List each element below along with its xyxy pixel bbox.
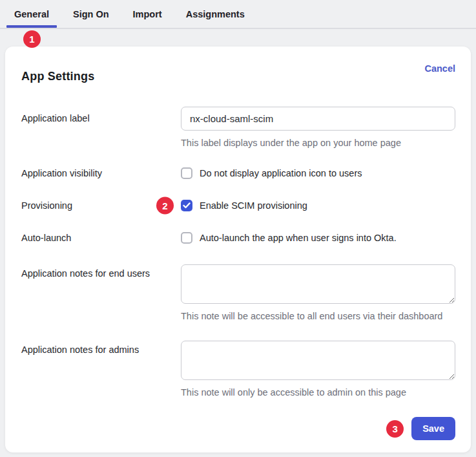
application-visibility-label: Application visibility	[21, 168, 181, 178]
notes-admins-row: Application notes for admins This note w…	[21, 341, 455, 398]
application-visibility-checkbox-wrap[interactable]: Do not display application icon to users	[181, 167, 455, 179]
application-label-row: Application label This label displays un…	[21, 107, 455, 148]
application-label-helper: This label displays under the app on you…	[181, 138, 455, 148]
notes-admins-helper: This note will only be accessible to adm…	[181, 387, 455, 398]
auto-launch-checkbox-label[interactable]: Auto-launch the app when user signs into…	[200, 233, 397, 243]
tab-general[interactable]: General	[14, 2, 49, 27]
notes-end-users-row: Application notes for end users This not…	[21, 264, 455, 321]
notes-admins-textarea[interactable]	[181, 341, 455, 380]
card-header: App Settings Cancel	[21, 63, 455, 83]
notes-end-users-helper: This note will be accessible to all end …	[181, 311, 455, 321]
app-settings-card: App Settings Cancel Application label Th…	[5, 47, 471, 452]
tab-sign-on[interactable]: Sign On	[73, 2, 109, 27]
provisioning-checkbox-wrap[interactable]: 2 Enable SCIM provisioning	[181, 200, 455, 211]
save-button[interactable]: Save	[411, 417, 455, 440]
tab-import[interactable]: Import	[133, 2, 162, 27]
notes-end-users-textarea[interactable]	[181, 264, 455, 304]
annotation-badge-3: 3	[386, 420, 404, 438]
auto-launch-checkbox-wrap[interactable]: Auto-launch the app when user signs into…	[181, 232, 455, 244]
tab-assignments[interactable]: Assignments	[186, 2, 245, 27]
provisioning-checkbox[interactable]	[181, 200, 192, 211]
notes-admins-label: Application notes for admins	[21, 341, 181, 398]
auto-launch-row: Auto-launch Auto-launch the app when use…	[21, 232, 455, 244]
application-visibility-checkbox[interactable]	[181, 167, 192, 179]
provisioning-checkbox-label[interactable]: Enable SCIM provisioning	[200, 200, 307, 211]
notes-end-users-label: Application notes for end users	[21, 264, 181, 321]
annotation-badge-2: 2	[156, 197, 174, 215]
auto-launch-checkbox[interactable]	[181, 232, 192, 244]
application-visibility-checkbox-label[interactable]: Do not display application icon to users	[200, 168, 362, 178]
tab-bar: General Sign On Import Assignments	[0, 0, 476, 29]
annotation-badge-1: 1	[23, 30, 41, 48]
page-title: App Settings	[21, 63, 94, 83]
checkmark-icon	[183, 202, 191, 209]
auto-launch-label: Auto-launch	[21, 233, 181, 243]
card-footer: 3 Save	[21, 417, 455, 440]
cancel-link[interactable]: Cancel	[424, 63, 455, 74]
application-visibility-row: Application visibility Do not display ap…	[21, 167, 455, 179]
application-label-input[interactable]	[181, 107, 455, 131]
provisioning-row: Provisioning 2 Enable SCIM provisioning	[21, 200, 455, 211]
application-label-label: Application label	[21, 107, 181, 148]
